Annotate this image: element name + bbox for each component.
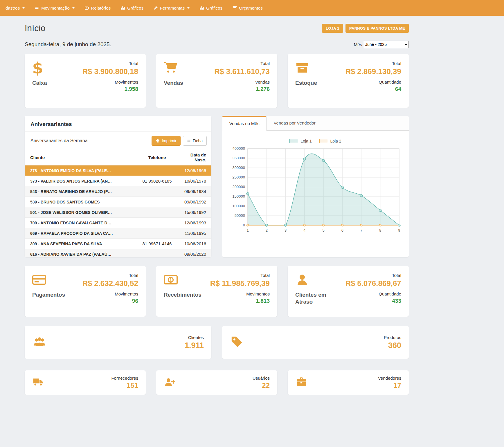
birthday-cell-cliente[interactable]: 373 - VALDIR DOS ANJOS PEREIRA (AN… [25, 176, 135, 186]
stat-name: Pagamentos [32, 291, 65, 298]
count-label: Vendas [214, 80, 270, 84]
ficha-button[interactable]: Ficha [183, 136, 207, 146]
nav-relatorios-label: Relatórios [91, 6, 111, 10]
nav-orcamentos[interactable]: Orçamentos [227, 0, 268, 16]
count-value: 433 [345, 298, 401, 304]
birthday-cell-cliente[interactable]: 309 - ANA SEVERINA PAES DA SILVA [25, 239, 135, 249]
briefcase-icon [295, 376, 307, 389]
birthday-cell-telefone[interactable] [135, 228, 179, 239]
birthday-cell-data[interactable]: 09/06/1992 [179, 197, 211, 207]
cart-icon [164, 61, 179, 75]
cart-icon [232, 6, 237, 10]
svg-text:100000: 100000 [233, 204, 245, 208]
box-icon [295, 61, 310, 75]
birthday-cell-data[interactable]: 09/06/2020 [179, 249, 211, 257]
birthday-row[interactable]: 669 - RAFAELA PROCOPIO DA SILVA CA…11/06… [25, 228, 211, 239]
nav-ferramentas[interactable]: Ferramentas [148, 0, 195, 16]
svg-text:0: 0 [243, 223, 245, 227]
birthday-row[interactable]: 501 - JOSE WELISSON GOMES OLIVEIR…15/06/… [25, 207, 211, 218]
tab-vendas-no-mes[interactable]: Vendas no Mês [222, 116, 267, 131]
birthday-row[interactable]: 539 - BRUNO DOS SANTOS GOMES09/06/1992 [25, 197, 211, 207]
birthday-cell-telefone[interactable] [135, 207, 179, 218]
col-telefone: Telefone [135, 150, 179, 165]
birthday-row[interactable]: 709 - ANTONIO EDSON CAVALCANTE D…12/06/1… [25, 218, 211, 228]
birthday-cell-cliente[interactable]: 539 - BRUNO DOS SANTOS GOMES [25, 197, 135, 207]
count-label: Movimentos [82, 291, 138, 296]
birthday-cell-cliente[interactable]: 501 - JOSE WELISSON GOMES OLIVEIR… [25, 207, 135, 218]
nav-graficos-2[interactable]: Gráficos [195, 0, 227, 16]
birthday-cell-telefone[interactable]: 81 99828-6185 [135, 176, 179, 186]
page-title: Início [25, 23, 46, 33]
count-label: Quantidade [345, 291, 401, 296]
print-button[interactable]: Imprimir [152, 136, 181, 146]
company-button[interactable]: PANNOS E PANNOS LTDA ME [345, 24, 409, 33]
birthday-cell-cliente[interactable]: 616 - ADRIANO XAVIER DA PAZ (PALAÚ… [25, 249, 135, 257]
count-label: Movimentos [210, 291, 270, 296]
nav-cadastros[interactable]: dastros [1, 0, 30, 16]
count-value: 1.958 [82, 86, 138, 92]
total-label: Total [345, 61, 401, 66]
store-button[interactable]: LOJA 1 [322, 24, 343, 33]
legend-item[interactable]: Loja 2 [319, 139, 341, 143]
col-data-nasc: Data de Nasc. [179, 150, 211, 165]
usuarios-card: Usuários 22 [156, 370, 277, 395]
sales-chart-panel: Vendas no Mês Vendas por Vendedor Loja 1… [222, 116, 409, 257]
total-value: R$ 2.632.430,52 [82, 279, 138, 288]
birthday-cell-telefone[interactable] [135, 186, 179, 197]
birthday-cell-data[interactable]: 10/06/1978 [179, 176, 211, 186]
birthday-row[interactable]: 616 - ADRIANO XAVIER DA PAZ (PALAÚ…09/06… [25, 249, 211, 257]
birthday-row[interactable]: 309 - ANA SEVERINA PAES DA SILVA81 99671… [25, 239, 211, 249]
legend-swatch [289, 139, 298, 143]
birthday-cell-cliente[interactable]: 669 - RAFAELA PROCOPIO DA SILVA CA… [25, 228, 135, 239]
count-label: Movimentos [82, 80, 138, 84]
bar-chart-icon [120, 6, 125, 10]
birthday-cell-data[interactable]: 15/06/1992 [179, 207, 211, 218]
fornecedores-value: 151 [111, 381, 138, 390]
month-label: Mês [354, 42, 362, 47]
birthday-cell-telefone[interactable] [135, 249, 179, 257]
birthdays-panel: Aniversariantes Aniversariantes da Seman… [25, 116, 211, 257]
legend-item[interactable]: Loja 1 [289, 139, 312, 143]
nav-orcamentos-label: Orçamentos [239, 6, 263, 10]
fornecedores-label: Fornecedores [111, 376, 138, 381]
birthday-row[interactable]: 373 - VALDIR DOS ANJOS PEREIRA (AN…81 99… [25, 176, 211, 186]
person-icon [295, 273, 310, 287]
birthday-cell-data[interactable]: 09/06/1984 [179, 186, 211, 197]
nav-graficos-1[interactable]: Gráficos [116, 0, 148, 16]
nav-movimentacao[interactable]: Movimentação [30, 0, 80, 16]
birthday-cell-telefone[interactable]: 81 99671-4146 [135, 239, 179, 249]
vendedores-card: Vendedores 17 [288, 370, 409, 395]
svg-text:1: 1 [246, 228, 249, 232]
birthday-cell-data[interactable]: 11/06/1995 [179, 228, 211, 239]
svg-text:9: 9 [398, 228, 400, 232]
main-content: Início LOJA 1 PANNOS E PANNOS LTDA ME Se… [25, 23, 409, 406]
caret-down-icon [72, 7, 75, 9]
vendedores-value: 17 [378, 381, 401, 390]
exchange-icon [35, 6, 39, 10]
nav-relatorios[interactable]: Relatórios [80, 0, 116, 16]
credit-card-icon [32, 273, 47, 287]
truck-icon [32, 376, 44, 389]
birthday-cell-cliente[interactable]: 278 - ANTONIO EMIDIO DA SILVA (PALE… [25, 165, 135, 176]
tab-vendas-por-vendedor[interactable]: Vendas por Vendedor [267, 116, 322, 130]
birthday-cell-telefone[interactable] [135, 197, 179, 207]
birthday-cell-cliente[interactable]: 709 - ANTONIO EDSON CAVALCANTE D… [25, 218, 135, 228]
birthday-cell-data[interactable]: 10/06/2016 [179, 239, 211, 249]
stat-name: Vendas [164, 80, 183, 86]
birthday-row[interactable]: 278 - ANTONIO EMIDIO DA SILVA (PALE…12/0… [25, 165, 211, 176]
month-select[interactable]: June - 2025 [364, 41, 409, 48]
birthday-cell-telefone[interactable] [135, 165, 179, 176]
birthday-cell-cliente[interactable]: 543 - RENATO MARINHO DE ARAUJO (F… [25, 186, 135, 197]
dollar-icon: $ [32, 61, 47, 75]
legend-label: Loja 1 [300, 139, 312, 143]
birthday-cell-telefone[interactable] [135, 218, 179, 228]
total-value: R$ 11.985.769,39 [210, 279, 270, 288]
birthday-cell-data[interactable]: 12/06/1966 [179, 165, 211, 176]
svg-text:3: 3 [285, 228, 287, 232]
birthday-cell-data[interactable]: 12/06/1993 [179, 218, 211, 228]
birthdays-subtitle: Aniversariantes da Semana [30, 138, 88, 143]
produtos-label: Produtos [384, 335, 401, 340]
chart-legend: Loja 1Loja 2 [228, 139, 402, 143]
birthday-row[interactable]: 543 - RENATO MARINHO DE ARAUJO (F…09/06/… [25, 186, 211, 197]
svg-text:50000: 50000 [235, 213, 245, 218]
